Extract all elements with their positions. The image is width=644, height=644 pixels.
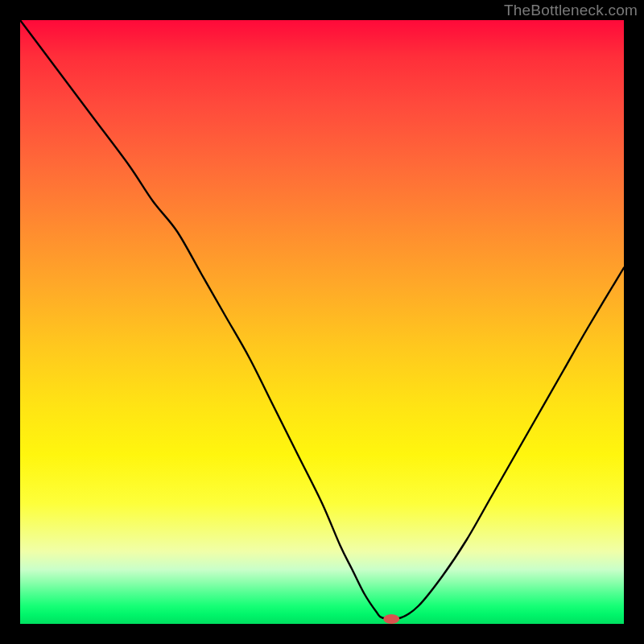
chart-svg — [20, 20, 624, 624]
chart-frame: TheBottleneck.com — [0, 0, 644, 644]
plot-area — [20, 20, 624, 624]
bottleneck-curve-line — [20, 20, 624, 619]
optimal-marker-icon — [383, 614, 399, 624]
watermark-text: TheBottleneck.com — [504, 2, 638, 19]
